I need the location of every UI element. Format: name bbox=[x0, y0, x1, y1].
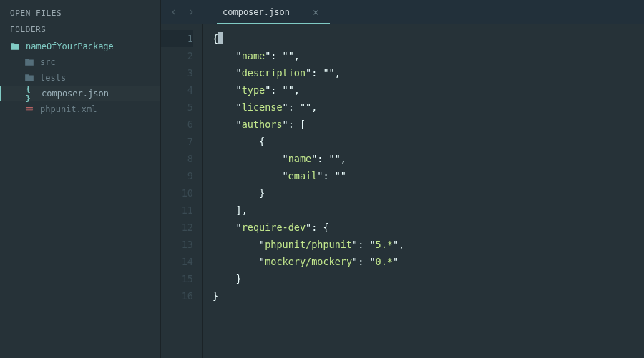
tab-composer-json[interactable]: composer.json × bbox=[218, 0, 328, 24]
code-line[interactable]: "name": "", bbox=[213, 150, 644, 167]
code-editor[interactable]: 12345678910111213141516 { "name": "", "d… bbox=[161, 24, 644, 358]
line-number: 1 bbox=[161, 30, 193, 47]
folder-tree: nameOfYourPackage src tests { } composer… bbox=[0, 39, 160, 117]
code-line[interactable]: { bbox=[213, 133, 644, 150]
code-line[interactable]: "name": "", bbox=[213, 47, 644, 64]
tree-item-label: tests bbox=[40, 73, 66, 83]
code-line[interactable]: "email": "" bbox=[213, 167, 644, 184]
line-number: 11 bbox=[161, 202, 193, 219]
line-number: 5 bbox=[161, 99, 193, 116]
line-number: 3 bbox=[161, 64, 193, 81]
line-number-gutter: 12345678910111213141516 bbox=[161, 24, 203, 358]
tab-close-button[interactable]: × bbox=[313, 7, 318, 17]
nav-forward-button[interactable] bbox=[184, 5, 198, 19]
tree-item-label: composer.json bbox=[42, 89, 109, 99]
tab-bar: composer.json × bbox=[161, 0, 644, 24]
code-line[interactable]: "authors": [ bbox=[213, 116, 644, 133]
line-number: 9 bbox=[161, 167, 193, 184]
tree-item-tests[interactable]: tests bbox=[0, 70, 160, 86]
code-line[interactable]: { bbox=[213, 30, 644, 47]
folder-icon bbox=[24, 57, 34, 67]
code-line[interactable]: ], bbox=[213, 202, 644, 219]
code-line[interactable]: "description": "", bbox=[213, 64, 644, 81]
tree-root[interactable]: nameOfYourPackage bbox=[0, 39, 160, 54]
tree-item-src[interactable]: src bbox=[0, 54, 160, 70]
code-line[interactable]: "phpunit/phpunit": "5.*", bbox=[213, 236, 644, 253]
line-number: 16 bbox=[161, 287, 193, 304]
tree-item-label: phpunit.xml bbox=[40, 104, 97, 114]
code-content[interactable]: { "name": "", "description": "", "type":… bbox=[203, 24, 644, 358]
tree-item-label: src bbox=[40, 57, 56, 67]
code-line[interactable]: } bbox=[213, 270, 644, 287]
text-cursor bbox=[218, 32, 223, 44]
tree-item-phpunit-xml[interactable]: phpunit.xml bbox=[0, 101, 160, 117]
line-number: 2 bbox=[161, 47, 193, 64]
code-line[interactable]: } bbox=[213, 184, 644, 202]
folder-open-icon bbox=[10, 41, 20, 51]
line-number: 10 bbox=[161, 184, 193, 202]
line-number: 6 bbox=[161, 116, 193, 133]
tree-root-label: nameOfYourPackage bbox=[26, 41, 114, 51]
code-line[interactable]: "type": "", bbox=[213, 81, 644, 99]
code-line[interactable]: "require-dev": { bbox=[213, 219, 644, 236]
code-line[interactable]: "license": "", bbox=[213, 99, 644, 116]
tab-active-underline bbox=[217, 23, 330, 24]
line-number: 15 bbox=[161, 270, 193, 287]
line-number: 7 bbox=[161, 133, 193, 150]
code-line[interactable]: } bbox=[213, 287, 644, 304]
line-number: 4 bbox=[161, 81, 193, 99]
line-number: 14 bbox=[161, 253, 193, 270]
sidebar: OPEN FILES FOLDERS nameOfYourPackage src… bbox=[0, 0, 161, 358]
code-line[interactable]: "mockery/mockery": "0.*" bbox=[213, 253, 644, 270]
line-number: 13 bbox=[161, 236, 193, 253]
tree-item-composer-json[interactable]: { } composer.json bbox=[0, 86, 160, 101]
xml-icon bbox=[24, 104, 34, 114]
line-number: 8 bbox=[161, 150, 193, 167]
line-number: 12 bbox=[161, 219, 193, 236]
folders-header: FOLDERS bbox=[0, 22, 160, 39]
tab-title: composer.json bbox=[223, 7, 290, 17]
open-files-header: OPEN FILES bbox=[0, 6, 160, 22]
editor-panel: composer.json × 12345678910111213141516 … bbox=[161, 0, 644, 358]
nav-back-button[interactable] bbox=[167, 5, 181, 19]
braces-icon: { } bbox=[26, 89, 36, 99]
folder-icon bbox=[24, 73, 34, 83]
